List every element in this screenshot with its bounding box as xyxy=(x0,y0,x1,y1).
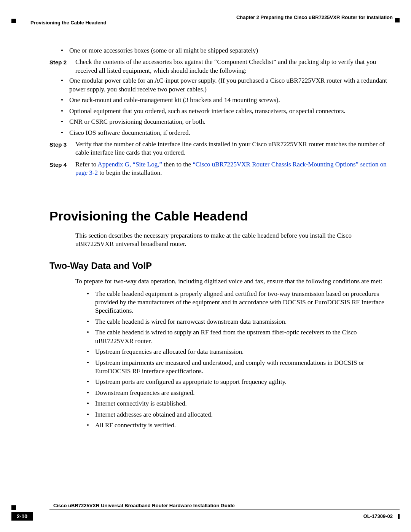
list-item: One rack-mount and cable-management kit … xyxy=(61,96,388,104)
step-4: Step 4 Refer to Appendix G, “Site Log,” … xyxy=(49,160,388,177)
list-item: Internet addresses are obtained and allo… xyxy=(87,411,388,419)
step-text: Check the contents of the accessories bo… xyxy=(75,58,388,75)
footer-rule xyxy=(49,510,400,510)
list-item: Cisco IOS software documentation, if ord… xyxy=(61,129,388,137)
continued-bullet-list: One or more accessories boxes (some or a… xyxy=(61,46,388,55)
footer-doc-id: OL-17309-02 xyxy=(363,513,393,519)
text-fragment: then to the xyxy=(162,161,193,168)
section-separator xyxy=(75,186,388,186)
header-marker-right xyxy=(395,18,400,22)
step-3: Step 3 Verify that the number of cable i… xyxy=(49,140,388,157)
text-fragment: to begin the installation. xyxy=(98,169,162,176)
step-label: Step 3 xyxy=(49,140,75,157)
list-item: Upstream impairments are measured and un… xyxy=(87,359,388,376)
footer-marker-left xyxy=(11,505,16,510)
page-number: 2-10 xyxy=(11,512,33,521)
link-appendix-g[interactable]: Appendix G, “Site Log,” xyxy=(98,161,162,168)
document-page: Chapter 2 Preparing the Cisco uBR7225VXR… xyxy=(0,0,411,532)
header-running-section: Provisioning the Cable Headend xyxy=(30,20,106,26)
step-2-bullets: One modular power cable for an AC-input … xyxy=(61,77,388,137)
step-text: Verify that the number of cable interfac… xyxy=(75,140,388,157)
intro-paragraph: This section describes the necessary pre… xyxy=(75,232,388,249)
two-way-bullets: The cable headend equipment is properly … xyxy=(87,290,388,430)
list-item: The cable headend is wired to supply an … xyxy=(87,328,388,345)
footer-marker-right xyxy=(398,514,400,519)
list-item: Internet connectivity is established. xyxy=(87,399,388,408)
list-item: Optional equipment that you ordered, suc… xyxy=(61,107,388,115)
sub-intro-paragraph: To prepare for two-way data operation, i… xyxy=(75,277,388,286)
list-item: One or more accessories boxes (some or a… xyxy=(61,46,388,55)
header-chapter: Chapter 2 Preparing the Cisco uBR7225VXR… xyxy=(236,14,393,20)
list-item: The cable headend is wired for narrowcas… xyxy=(87,318,388,326)
heading-provisioning: Provisioning the Cable Headend xyxy=(49,208,388,225)
step-label: Step 4 xyxy=(49,160,75,177)
list-item: One modular power cable for an AC-input … xyxy=(61,77,388,94)
step-2: Step 2 Check the contents of the accesso… xyxy=(49,58,388,75)
body-content: One or more accessories boxes (some or a… xyxy=(49,45,388,432)
list-item: CNR or CSRC provisioning documentation, … xyxy=(61,118,388,126)
footer-guide-title: Cisco uBR7225VXR Universal Broadband Rou… xyxy=(53,503,235,508)
list-item: Downstream frequencies are assigned. xyxy=(87,389,388,397)
text-fragment: Refer to xyxy=(75,161,98,168)
step-label: Step 2 xyxy=(49,58,75,75)
list-item: All RF connectivity is verified. xyxy=(87,421,388,430)
heading-two-way: Two-Way Data and VoIP xyxy=(49,260,388,272)
list-item: Upstream ports are configured as appropr… xyxy=(87,378,388,386)
list-item: Upstream frequencies are allocated for d… xyxy=(87,348,388,356)
header-marker-left xyxy=(11,19,16,23)
step-text: Refer to Appendix G, “Site Log,” then to… xyxy=(75,160,388,177)
list-item: The cable headend equipment is properly … xyxy=(87,290,388,315)
